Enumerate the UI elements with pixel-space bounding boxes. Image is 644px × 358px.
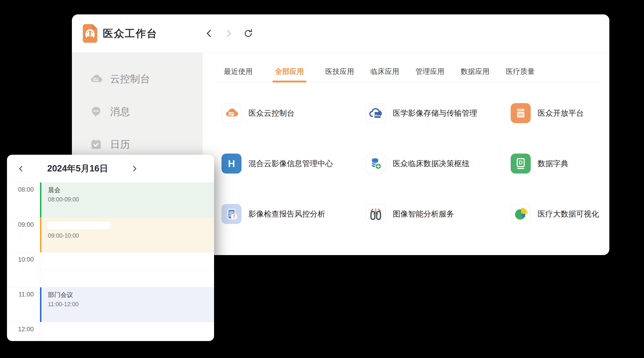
app-label: 医众临床数据决策枢纽 — [393, 159, 470, 169]
calendar-row-0800: 08:00 晨会 08:00-09:00 — [7, 182, 214, 217]
sidebar-item-label: 日历 — [110, 138, 130, 151]
app-big-data-visualization[interactable]: 医疗大数据可视化 — [511, 204, 609, 224]
app-hybrid-cloud-center[interactable]: H 混合云影像信息管理中心 — [222, 154, 366, 174]
sidebar-item-messages[interactable]: 消息 — [72, 95, 203, 128]
calendar-body: 08:00 晨会 08:00-09:00 09:00 09:00-10:00 1… — [7, 182, 214, 341]
mos-badge: Mos — [375, 114, 380, 117]
event-morning-meeting[interactable]: 晨会 08:00-09:00 — [40, 182, 214, 217]
chevron-left-icon — [204, 29, 214, 38]
app-report-risk-analysis[interactable]: ! 影像检查报告风控分析 — [222, 204, 366, 224]
content-area: 最近使用 全部应用 医技应用 临床应用 管理应用 数据应用 医疗质量 — [203, 53, 609, 255]
tab-recent[interactable]: 最近使用 — [222, 67, 254, 82]
message-icon — [90, 105, 102, 118]
app-open-platform[interactable]: </> 医众开放平台 — [511, 103, 609, 123]
window-title: 医众工作台 — [103, 27, 158, 40]
half-hour-gridline — [40, 270, 214, 270]
chevron-right-icon — [132, 166, 138, 172]
calendar-row-1200: 12:00 — [7, 322, 214, 341]
calendar-date-title: 2024年5月16日 — [26, 163, 129, 175]
refresh-button[interactable] — [243, 28, 253, 38]
app-clinical-data-hub[interactable]: 医众临床数据决策枢纽 — [366, 154, 511, 174]
tab-clinical-apps[interactable]: 临床应用 — [369, 67, 401, 82]
lungs-icon — [366, 204, 386, 224]
app-data-dictionary[interactable]: D 数据字典 — [511, 154, 609, 174]
tab-quality[interactable]: 医疗质量 — [504, 67, 536, 82]
sidebar-item-label: 消息 — [110, 105, 130, 119]
time-label: 09:00 — [7, 221, 34, 228]
app-label: 影像检查报告风控分析 — [248, 209, 325, 219]
app-image-ai-analysis[interactable]: 图像智能分析服务 — [366, 204, 511, 224]
tab-all-apps[interactable]: 全部应用 — [274, 67, 305, 82]
app-grid: 医众云控制台 Mos 医学影像存储与传输管理 — [222, 103, 609, 254]
sidebar-item-label: 云控制台 — [110, 72, 150, 86]
active-tab-underline — [272, 81, 306, 82]
tab-admin-apps[interactable]: 管理应用 — [414, 67, 446, 82]
refresh-icon — [243, 28, 253, 38]
code-window-icon: </> — [511, 103, 531, 123]
cloud-mos-icon: Mos — [366, 103, 386, 123]
app-logo-icon — [83, 24, 97, 43]
time-label: 12:00 — [7, 326, 34, 333]
letter-h-icon: H — [222, 154, 242, 174]
chevron-right-icon — [224, 29, 233, 38]
tab-bar: 最近使用 全部应用 医技应用 临床应用 管理应用 数据应用 医疗质量 — [214, 53, 601, 82]
event-redacted[interactable]: 09:00-10:00 — [40, 218, 214, 252]
window-header: 医众工作台 — [72, 14, 609, 53]
event-time-range: 11:00-12:00 — [48, 300, 214, 308]
sidebar-item-cloud-console[interactable]: 云控制台 — [72, 62, 203, 95]
redacted-event-title-pill — [46, 222, 111, 229]
event-time-range: 08:00-09:00 — [48, 195, 214, 203]
event-title: 晨会 — [48, 186, 214, 194]
calendar-row-1000: 10:00 — [7, 252, 214, 287]
h-glyph: H — [228, 158, 235, 169]
tab-data-apps[interactable]: 数据应用 — [459, 67, 491, 82]
app-label: 医学影像存储与传输管理 — [393, 108, 477, 119]
calendar-panel: 2024年5月16日 08:00 晨会 08:00-09:00 09:00 0 — [7, 155, 214, 341]
alert-glyph: ! — [233, 213, 235, 219]
app-label: 数据字典 — [538, 159, 568, 169]
calendar-icon — [90, 138, 102, 151]
dictionary-icon: D — [511, 154, 531, 174]
event-title: 部门会议 — [48, 291, 214, 299]
forward-button[interactable] — [224, 28, 234, 38]
code-glyph: </> — [518, 113, 523, 117]
browser-nav — [204, 28, 253, 38]
app-imaging-storage[interactable]: Mos 医学影像存储与传输管理 — [366, 103, 511, 123]
time-label: 08:00 — [7, 186, 34, 193]
app-label: 医众云控制台 — [248, 108, 294, 119]
calendar-row-0900: 09:00 09:00-10:00 — [7, 217, 214, 252]
app-cloud-console[interactable]: 医众云控制台 — [222, 103, 366, 123]
app-label: 图像智能分析服务 — [393, 209, 454, 219]
d-glyph: D — [518, 159, 522, 166]
cloud-console-icon — [90, 72, 102, 85]
calendar-prev-day-button[interactable] — [15, 163, 26, 174]
app-label: 医疗大数据可视化 — [538, 209, 599, 219]
report-alert-icon: ! — [222, 204, 242, 224]
calendar-row-1100: 11:00 部门会议 11:00-12:00 — [7, 287, 214, 322]
event-time-range: 09:00-10:00 — [48, 232, 214, 239]
tab-medtech-apps[interactable]: 医技应用 — [324, 67, 356, 82]
app-label: 医众开放平台 — [538, 108, 584, 119]
time-label: 11:00 — [7, 291, 34, 298]
tab-label: 全部应用 — [275, 67, 304, 75]
calendar-next-day-button[interactable] — [129, 163, 140, 174]
app-label: 混合云影像信息管理中心 — [248, 159, 333, 169]
time-label: 10:00 — [7, 256, 34, 263]
back-button[interactable] — [204, 28, 214, 38]
screenshot-stage: 医众工作台 — [0, 0, 644, 358]
chevron-left-icon — [18, 166, 24, 172]
event-department-meeting[interactable]: 部门会议 11:00-12:00 — [40, 287, 214, 322]
calendar-header: 2024年5月16日 — [7, 155, 214, 182]
pie-chart-icon — [511, 204, 531, 224]
database-plus-icon — [366, 154, 386, 174]
cloud-sliders-icon — [222, 103, 242, 123]
